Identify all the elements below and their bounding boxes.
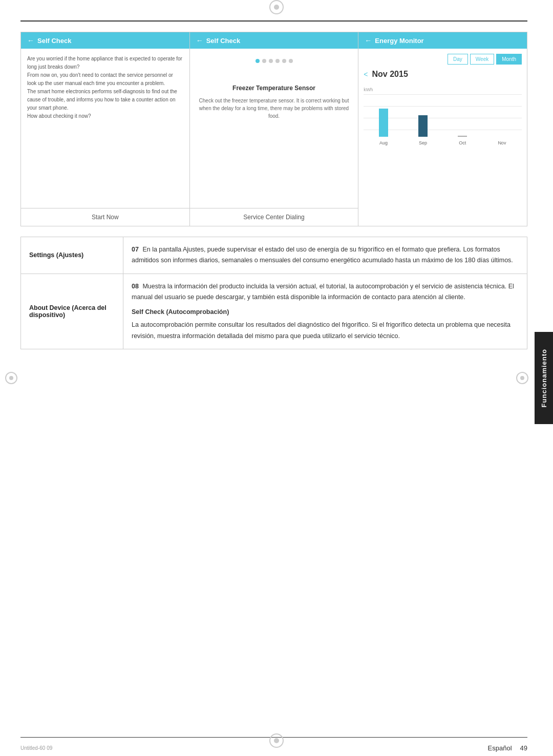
panel-self-check-sensor: ← Self Check Freezer Temperature Sensor … [190,32,359,226]
bar-oct-value [458,136,467,137]
dot-2 [262,59,266,63]
bar-nov: Nov [497,136,506,145]
left-binding-circle [5,372,17,384]
week-button[interactable]: Week [470,54,494,65]
sensor-description: Check out the freezer temperature sensor… [196,97,352,120]
time-period-buttons: Day Week Month [364,54,522,65]
bar-aug-label: Aug [379,140,388,145]
right-binding-circle [516,372,528,384]
footer-file-label: Untitled-60 09 [20,745,52,751]
step-08-number: 08 [132,283,139,290]
about-device-content: 08 Muestra la información del producto i… [123,274,527,349]
settings-label: Settings (Ajustes) [21,237,123,274]
energy-chart: Aug Sep Oct [364,94,522,156]
dot-6 [289,59,293,63]
back-arrow-icon: ← [27,36,34,45]
bar-sep-value [418,115,428,137]
step-07-number: 07 [132,246,139,253]
info-table: Settings (Ajustes) 07 En la pantalla Aju… [20,237,527,349]
self-check-sub-content: La autocomprobación permite consultar lo… [132,321,511,339]
panel-left-body: Are you worried if the home appliance th… [21,49,189,208]
panel-left-header: ← Self Check [21,32,189,49]
about-device-label: About Device (Acerca del dispositivo) [21,274,123,349]
bar-oct: Oct [458,136,467,145]
dot-3 [269,59,273,63]
bar-nov-value [497,136,506,137]
panel-middle-header-label: Self Check [206,37,240,45]
start-now-button[interactable]: Start Now [92,214,119,221]
top-binding-circle [269,0,284,14]
day-button[interactable]: Day [448,54,468,65]
grid-line-1 [364,94,522,95]
bar-aug-value [379,109,388,137]
bar-oct-label: Oct [459,140,466,145]
table-row-settings: Settings (Ajustes) 07 En la pantalla Aju… [21,237,527,274]
chapter-tab: Funcionamiento [535,332,553,424]
about-device-text: Muestra la información del producto incl… [132,283,514,301]
month-year-label: Nov 2015 [372,70,408,79]
settings-text: En la pantalla Ajustes, puede supervisar… [132,246,513,264]
month-navigation: < Nov 2015 [364,70,522,79]
dot-4 [275,59,280,63]
kwh-unit-label: kWh [364,87,522,92]
progress-dots [256,59,293,63]
panel-middle-header: ← Self Check [190,32,358,49]
chart-bars-container: Aug Sep Oct [364,104,522,145]
bar-sep-label: Sep [419,140,427,145]
panel-left-footer[interactable]: Start Now [21,208,189,226]
main-content: ← Self Check Are you worried if the home… [20,20,527,736]
panel-right-header-label: Energy Monitor [375,37,423,45]
panel-left-header-label: Self Check [37,37,71,45]
service-center-button[interactable]: Service Center Dialing [243,214,304,221]
bar-nov-label: Nov [498,140,506,145]
back-arrow-middle-icon: ← [196,36,203,45]
bar-sep: Sep [418,115,428,145]
bar-aug: Aug [379,109,388,145]
panel-energy-monitor: ← Energy Monitor Day Week Month < Nov 20… [358,32,527,226]
chapter-tab-label: Funcionamiento [540,349,548,407]
dot-5 [282,59,286,63]
panel-middle-body: Freezer Temperature Sensor Check out the… [190,49,358,208]
top-divider [20,20,527,22]
panel-self-check-intro: ← Self Check Are you worried if the home… [21,32,190,226]
table-row-about: About Device (Acerca del dispositivo) 08… [21,274,527,349]
panel-middle-footer[interactable]: Service Center Dialing [190,208,358,226]
self-check-intro-text: Are you worried if the home appliance th… [27,55,183,120]
bottom-binding-circle [269,733,284,748]
page-number: 49 [520,744,527,752]
screenshots-container: ← Self Check Are you worried if the home… [20,32,527,226]
settings-content: 07 En la pantalla Ajustes, puede supervi… [123,237,527,274]
chevron-left-icon[interactable]: < [364,70,368,78]
language-label: Español [488,744,512,752]
dot-1 [256,59,260,63]
month-button[interactable]: Month [496,54,522,65]
self-check-sub-heading: Self Check (Autocomprobación) [132,307,519,318]
back-arrow-right-icon: ← [365,36,372,45]
panel-right-body: Day Week Month < Nov 2015 kWh [358,49,527,161]
sensor-title: Freezer Temperature Sensor [232,83,315,93]
panel-right-header: ← Energy Monitor [358,32,527,49]
